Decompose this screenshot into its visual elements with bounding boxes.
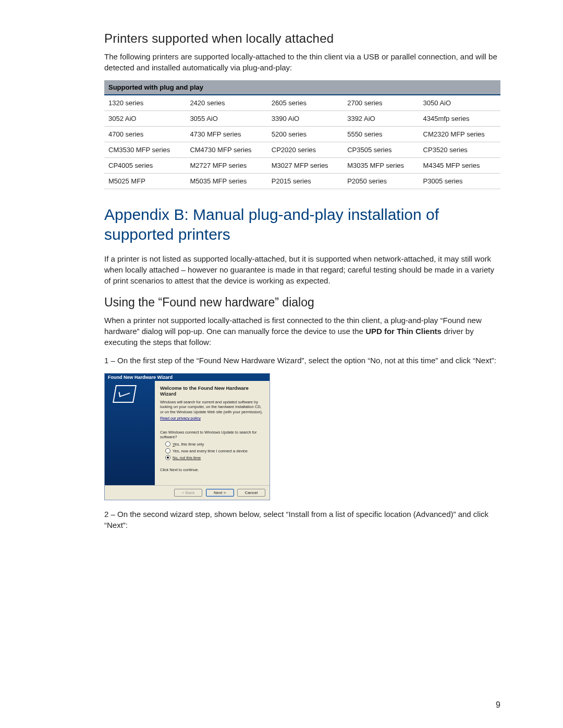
wizard-button-row: < Back Next > Cancel [105, 485, 270, 500]
table-cell: 4345mfp series [419, 111, 500, 127]
table-cell: 2420 series [186, 95, 267, 111]
table-cell: M5035 MFP series [186, 174, 267, 189]
table-cell: 4730 MFP series [186, 127, 267, 142]
wizard-continue-text: Click Next to continue. [160, 467, 264, 472]
next-button[interactable]: Next > [206, 489, 234, 497]
appendix-intro: If a printer is not listed as supported … [104, 253, 500, 286]
privacy-policy-link[interactable]: Read our privacy policy [160, 416, 201, 421]
radio-icon [165, 448, 170, 453]
back-button: < Back [174, 489, 202, 497]
table-cell: 3055 AiO [186, 111, 267, 127]
table-cell: 2605 series [267, 95, 343, 111]
wizard-title-bar: Found New Hardware Wizard [105, 374, 270, 381]
radio-icon [165, 455, 170, 460]
section-intro-local: The following printers are supported loc… [104, 51, 500, 73]
wizard-desc: Windows will search for current and upda… [160, 400, 264, 414]
step-1: 1 – On the first step of the “Found New … [104, 355, 500, 366]
table-cell: M3027 MFP series [267, 158, 343, 174]
section-heading-local: Printers supported when locally attached [104, 31, 500, 46]
table-cell: 2700 series [343, 95, 419, 111]
table-cell: M2727 MFP series [186, 158, 267, 174]
table-cell: 5200 series [267, 127, 343, 142]
table-cell: CP3520 series [419, 142, 500, 158]
table-row: 4700 series4730 MFP series5200 series555… [104, 127, 500, 142]
wizard-sidebar-graphic [105, 381, 155, 485]
using-para-1: When a printer not supported locally-att… [104, 315, 500, 348]
page-number: 9 [496, 700, 500, 710]
table-cell: 5550 series [343, 127, 419, 142]
wizard-option-no[interactable]: No, not this time [165, 455, 264, 460]
table-row: 3052 AiO3055 AiO3390 AiO3392 AiO4345mfp … [104, 111, 500, 127]
table-cell: M5025 MFP [104, 174, 186, 189]
table-row: CP4005 seriesM2727 MFP seriesM3027 MFP s… [104, 158, 500, 174]
cancel-button[interactable]: Cancel [237, 489, 265, 497]
table-cell: CP2020 series [267, 142, 343, 158]
wizard-welcome-heading: Welcome to the Found New Hardware Wizard [160, 385, 264, 397]
wizard-question: Can Windows connect to Windows Update to… [160, 430, 264, 439]
table-header: Supported with plug and play [104, 80, 500, 95]
table-cell: P3005 series [419, 174, 500, 189]
table-cell: CM4730 MFP series [186, 142, 267, 158]
table-cell: P2015 series [267, 174, 343, 189]
table-cell: 3050 AiO [419, 95, 500, 111]
table-cell: 3390 AiO [267, 111, 343, 127]
table-cell: CP3505 series [343, 142, 419, 158]
table-cell: M4345 MFP series [419, 158, 500, 174]
subheading-found-new-hardware: Using the “Found new hardware” dialog [104, 295, 500, 310]
printers-table: Supported with plug and play 1320 series… [104, 80, 500, 189]
step-2: 2 – On the second wizard step, shown bel… [104, 509, 500, 530]
wizard-option-yes-always[interactable]: Yes, now and every time I connect a devi… [165, 448, 264, 453]
table-cell: 4700 series [104, 127, 186, 142]
radio-icon [165, 441, 170, 447]
table-cell: 3052 AiO [104, 111, 186, 127]
table-row: CM3530 MFP seriesCM4730 MFP seriesCP2020… [104, 142, 500, 158]
table-cell: M3035 MFP series [343, 158, 419, 174]
table-row: M5025 MFPM5035 MFP seriesP2015 seriesP20… [104, 174, 500, 189]
hardware-icon [113, 385, 137, 403]
table-row: 1320 series2420 series2605 series2700 se… [104, 95, 500, 111]
table-cell: 3392 AiO [343, 111, 419, 127]
using-p1-bold: UPD for Thin Clients [365, 327, 442, 336]
table-cell: CM2320 MFP series [419, 127, 500, 142]
found-new-hardware-wizard: Found New Hardware Wizard Welcome to the… [104, 373, 270, 500]
table-cell: CM3530 MFP series [104, 142, 186, 158]
wizard-option-yes-once[interactable]: Yes, this time only [165, 441, 264, 447]
table-cell: 1320 series [104, 95, 186, 111]
table-cell: P2050 series [343, 174, 419, 189]
table-cell: CP4005 series [104, 158, 186, 174]
appendix-b-heading: Appendix B: Manual plug-and-play install… [104, 205, 500, 244]
